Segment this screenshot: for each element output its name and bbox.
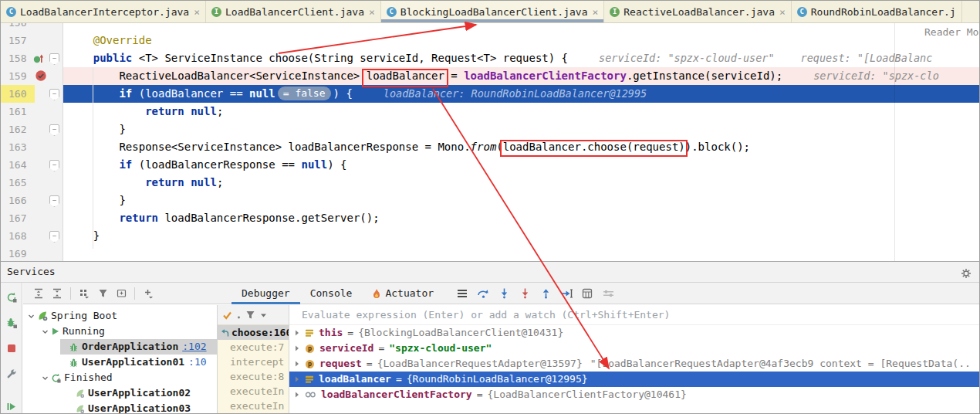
override-icon[interactable]: [33, 52, 45, 68]
tree-item-userapplication02[interactable]: UserApplication02: [23, 385, 217, 401]
stop-icon: [7, 344, 16, 353]
variable-name: serviceId: [319, 341, 373, 356]
fold-marker-icon[interactable]: −: [49, 231, 59, 243]
new-frame-button[interactable]: [112, 284, 130, 303]
expand-chevron-icon[interactable]: [294, 375, 300, 383]
group-by-button[interactable]: [75, 284, 93, 303]
service-port-link[interactable]: :102: [182, 339, 206, 355]
variable-row-loadbalancerclientfactory[interactable]: loadBalancerClientFactory={LoadBalancerC…: [289, 387, 979, 402]
frame-label: executeIn: [230, 385, 284, 397]
tab-label: LoadBalancerClient.java: [225, 6, 364, 18]
code-text: (loadBalancer.choose(request)).block();: [496, 141, 750, 153]
tab-loadbalancerinterceptor-java[interactable]: CLoadBalancerInterceptor.java×: [1, 1, 206, 22]
variable-name: this: [319, 325, 343, 341]
fold-marker-icon[interactable]: −: [49, 160, 59, 171]
chevron-down-icon[interactable]: [41, 327, 49, 336]
stack-frame-execute-8[interactable]: execute:8: [218, 369, 289, 384]
code-line-169[interactable]: [63, 245, 979, 261]
fold-marker-icon[interactable]: −: [49, 89, 59, 100]
close-icon[interactable]: ×: [194, 6, 200, 18]
tree-item-finished[interactable]: Finished: [23, 370, 217, 385]
stack-frame-executein[interactable]: executeIn: [218, 384, 289, 399]
code-line-168[interactable]: }: [63, 227, 979, 245]
reader-mode-toggle[interactable]: Reader Mod: [924, 26, 979, 38]
gutter-line-164: 164−: [1, 156, 63, 174]
expand-chevron-icon[interactable]: [294, 391, 300, 399]
code-line-167[interactable]: return loadBalancerResponse.getServer();: [63, 209, 979, 227]
tab-blockingloadbalancerclient-java[interactable]: CBlockingLoadBalancerClient.java×: [381, 1, 604, 22]
expand-all-button[interactable]: [29, 284, 48, 303]
expand-chevron-icon[interactable]: [294, 329, 300, 337]
evaluate-button[interactable]: [578, 284, 596, 303]
dot-icon[interactable]: [237, 311, 241, 319]
code-editor[interactable]: 156157158−159160−161162−163164−165166−16…: [1, 22, 979, 261]
tab-actuator[interactable]: Actuator: [362, 283, 444, 304]
variable-row-request[interactable]: prequest={LoadBalancerRequestAdapter@135…: [289, 356, 979, 372]
inline-debug-hint: request: "[LoadBalanc: [801, 52, 933, 64]
code-line-165[interactable]: return null;: [63, 174, 979, 192]
menu-button[interactable]: [453, 284, 471, 303]
tab-roundrobinloadbalancer-j[interactable]: CRoundRobinLoadBalancer.j: [792, 1, 962, 22]
line-number: 163: [8, 138, 26, 156]
expand-chevron-icon[interactable]: [294, 360, 300, 368]
stack-frame-executein[interactable]: executeIn: [218, 399, 289, 413]
check-icon[interactable]: [222, 310, 232, 320]
stack-frame-execute-7[interactable]: execute:7: [218, 340, 289, 355]
breakpoint-icon[interactable]: [35, 70, 47, 85]
code-line-166[interactable]: }: [63, 192, 979, 209]
code-line-162[interactable]: }: [63, 120, 979, 138]
fold-marker-icon[interactable]: −: [49, 53, 59, 65]
resume-button[interactable]: [2, 397, 21, 414]
tree-item-userapplication01[interactable]: UserApplication01:10: [23, 355, 217, 370]
debug-rerun-button[interactable]: [2, 314, 21, 332]
code-line-158[interactable]: public <T> ServiceInstance choose(String…: [63, 49, 979, 67]
tab-debugger[interactable]: Debugger: [231, 283, 300, 304]
stack-frame-intercept[interactable]: intercept: [218, 355, 289, 369]
code-text: public: [93, 52, 133, 64]
variable-row-serviceid[interactable]: pserviceId="spzx-cloud-user": [289, 341, 979, 356]
dropdown-arrow-icon[interactable]: [260, 312, 267, 318]
variable-row-this[interactable]: this={BlockingLoadBalancerClient@10431}: [289, 325, 979, 341]
tree-item-spring-boot[interactable]: Spring Boot: [23, 308, 217, 324]
play-icon: [51, 327, 59, 336]
add-button[interactable]: [139, 284, 157, 303]
close-icon[interactable]: ×: [592, 6, 598, 18]
code-line-160[interactable]: if (loadBalancer == null= false) {loadBa…: [63, 85, 979, 103]
fold-marker-icon[interactable]: −: [49, 195, 59, 207]
variable-row-loadbalancer[interactable]: loadBalancer={RoundRobinLoadBalancer@129…: [289, 372, 979, 387]
expand-chevron-icon[interactable]: [294, 344, 300, 352]
layout-settings-button[interactable]: [599, 284, 617, 303]
rerun-button[interactable]: [2, 288, 21, 307]
close-icon[interactable]: ×: [779, 6, 786, 18]
close-icon[interactable]: ×: [369, 6, 375, 18]
evaluate-expression-input[interactable]: Evaluate expression (Enter) or add a wat…: [289, 305, 979, 325]
step-into-button[interactable]: [495, 284, 513, 303]
filter-icon[interactable]: [245, 310, 255, 320]
stack-frame-choose-160[interactable]: choose:160: [218, 325, 289, 340]
tree-item-orderapplication[interactable]: OrderApplication:102: [23, 339, 217, 355]
stop-button[interactable]: [2, 339, 21, 358]
wrench-button[interactable]: [2, 365, 21, 383]
code-line-163[interactable]: Response<ServiceInstance> loadBalancerRe…: [63, 138, 979, 156]
step-over-button[interactable]: [474, 284, 492, 303]
chevron-down-icon[interactable]: [41, 374, 49, 382]
run-to-cursor-button[interactable]: [557, 284, 576, 303]
tree-item-userapplication03[interactable]: UserApplication03: [23, 401, 217, 413]
code-line-157[interactable]: @Override: [63, 32, 979, 49]
gear-icon[interactable]: [961, 268, 972, 279]
filter-button[interactable]: [93, 284, 112, 303]
force-step-into-button[interactable]: [515, 284, 534, 303]
code-line-164[interactable]: if (loadBalancerResponse == null) {: [63, 156, 979, 174]
chevron-down-icon[interactable]: [27, 312, 35, 321]
tab-console[interactable]: Console: [300, 283, 363, 304]
line-number: 158: [8, 49, 26, 67]
code-line-161[interactable]: return null;: [63, 103, 979, 120]
collapse-all-button[interactable]: [48, 284, 66, 303]
step-out-button[interactable]: [536, 284, 555, 303]
code-line-156[interactable]: [63, 22, 979, 32]
tree-item-running[interactable]: Running: [23, 324, 217, 339]
tab-loadbalancerclient-java[interactable]: ILoadBalancerClient.java×: [206, 1, 381, 22]
fold-marker-icon[interactable]: −: [49, 124, 59, 136]
tab-reactiveloadbalancer-java[interactable]: IReactiveLoadBalancer.java×: [604, 1, 792, 22]
code-line-159[interactable]: ReactiveLoadBalancer<ServiceInstance> lo…: [63, 67, 979, 85]
